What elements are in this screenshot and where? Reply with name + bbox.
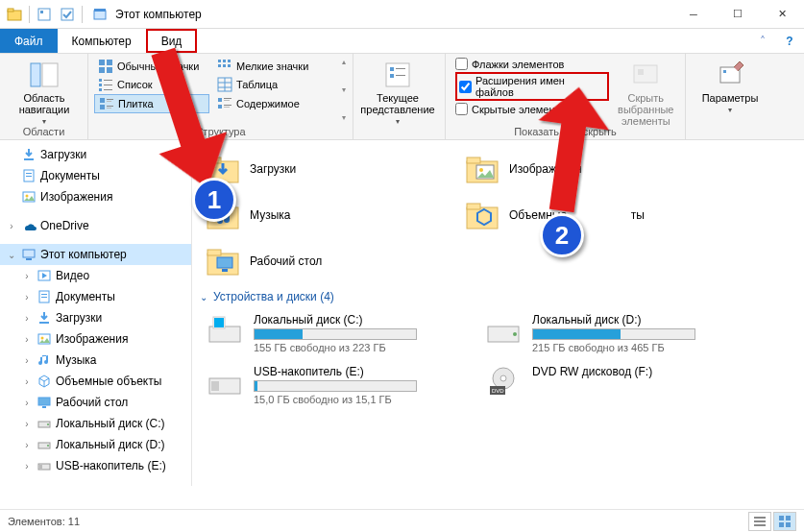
tree-item[interactable]: ›Изображения (0, 328, 191, 350)
tree-item[interactable]: ›Локальный диск (D:) (0, 434, 191, 455)
tree-item[interactable]: ›USB-накопитель (E:) (0, 455, 191, 476)
drive-icon (206, 365, 244, 398)
tiles-view-button[interactable] (773, 512, 796, 531)
window-icon (92, 7, 108, 22)
drives-section-header[interactable]: ⌄ Устройства и диски (4) (200, 290, 794, 303)
layout-content[interactable]: Содержимое (213, 94, 329, 113)
tree-caret[interactable]: › (21, 376, 33, 387)
tab-computer[interactable]: Компьютер (58, 29, 146, 53)
drive-item[interactable]: Локальный диск (C:)155 ГБ свободно из 22… (202, 307, 480, 359)
svg-rect-8 (42, 63, 58, 86)
usb-icon (37, 458, 52, 473)
maximize-button[interactable]: ☐ (716, 0, 760, 29)
details-view-button[interactable] (748, 512, 771, 531)
layout-table[interactable]: Таблица (213, 76, 329, 93)
chevron-down-icon: ▾ (728, 106, 732, 114)
tree-caret[interactable]: › (21, 334, 33, 345)
tree-item[interactable]: ›Видео (0, 265, 191, 286)
layout-small-icons[interactable]: Мелкие значки (213, 58, 329, 75)
tree-label: Видео (56, 269, 89, 282)
tree-item[interactable]: ›Музыка (0, 350, 191, 371)
layout-scroll-down[interactable]: ▾ (337, 85, 351, 94)
folder-item[interactable]: Объемные ты (461, 192, 720, 238)
tree-caret[interactable]: › (21, 440, 33, 450)
svg-rect-97 (211, 381, 219, 391)
svg-rect-36 (224, 98, 231, 99)
group-nav-pane: Область навигации ▾ Области (0, 54, 88, 139)
tree-item[interactable]: ›Документы (0, 286, 191, 307)
minimize-button[interactable]: ─ (671, 0, 716, 29)
svg-rect-4 (61, 9, 73, 20)
help-icon[interactable]: ? (779, 31, 800, 52)
svg-point-71 (47, 445, 49, 447)
nav-pane-button[interactable]: Область навигации ▾ (6, 56, 83, 126)
explorer-icon (4, 4, 25, 25)
folder-item[interactable]: Изображения (461, 146, 720, 192)
layout-big-icons[interactable]: Обычные значки (94, 58, 209, 75)
content-pane[interactable]: ЗагрузкиИзображенияМузыкаОбъемные тыРабо… (192, 140, 804, 486)
main-area: ЗагрузкиДокументыИзображения›OneDrive⌄Эт… (0, 140, 804, 486)
status-bar: Элементов: 11 (0, 509, 804, 532)
close-button[interactable]: ✕ (760, 0, 804, 29)
svg-rect-7 (31, 63, 40, 86)
drive-item[interactable]: Локальный диск (D:)215 ГБ свободно из 46… (480, 307, 759, 359)
group-layout: Обычные значки Мелкие значки Список Табл… (88, 54, 353, 139)
group-current-view: Текущее представление ▾ (353, 54, 446, 139)
tree-item[interactable]: ⌄Этот компьютер (0, 244, 191, 265)
tree-caret[interactable]: › (21, 461, 33, 472)
svg-rect-108 (786, 522, 791, 527)
svg-rect-90 (214, 318, 219, 323)
svg-rect-46 (634, 65, 657, 83)
desktop-icon (37, 395, 52, 410)
layout-tiles[interactable]: Плитка (94, 94, 209, 113)
folder-item[interactable]: Загрузки (202, 146, 461, 192)
tree-caret[interactable]: › (21, 271, 33, 281)
layout-expand[interactable]: ▾ (337, 113, 351, 122)
tree-item[interactable]: Документы (0, 165, 191, 186)
chevron-down-icon: ⌄ (200, 292, 207, 302)
tab-file[interactable]: Файл (0, 29, 58, 53)
layout-scroll-up[interactable]: ▴ (337, 58, 351, 66)
tree-item[interactable]: Загрузки (0, 144, 191, 165)
tree-caret[interactable]: › (21, 355, 33, 366)
layout-list[interactable]: Список (94, 76, 209, 93)
drive-item[interactable]: USB-накопитель (E:)15,0 ГБ свободно из 1… (202, 359, 480, 411)
options-button[interactable]: Параметры ▾ (692, 56, 768, 114)
chevron-down-icon: ▾ (42, 117, 46, 126)
chevron-down-icon: ▾ (396, 117, 400, 126)
check-hidden-items[interactable]: Скрытые элементы (455, 103, 609, 115)
tree-caret[interactable]: › (6, 221, 17, 231)
svg-rect-20 (104, 80, 112, 81)
music-icon (37, 352, 52, 368)
tree-item[interactable]: ›Объемные объекты (0, 371, 191, 392)
folder-item[interactable]: Музыка (202, 192, 461, 238)
tree-item[interactable]: Изображения (0, 186, 191, 207)
ribbon-collapse-icon[interactable]: ˄ (752, 31, 773, 52)
tree-item[interactable]: ›Рабочий стол (0, 392, 191, 413)
tree-item[interactable]: ›OneDrive (0, 215, 191, 236)
svg-rect-62 (41, 297, 47, 298)
svg-rect-91 (219, 318, 224, 323)
svg-rect-31 (107, 101, 111, 102)
pc-icon (21, 247, 37, 262)
tree-caret[interactable]: › (21, 398, 33, 408)
folder-item[interactable]: Рабочий стол (202, 238, 461, 284)
tree-caret[interactable]: › (21, 313, 33, 324)
tree-item[interactable]: ›Загрузки (0, 307, 191, 328)
check-item-flags[interactable]: Флажки элементов (455, 58, 609, 70)
tree-label: Объемные объекты (56, 375, 161, 388)
tab-view[interactable]: Вид (146, 29, 198, 53)
tree-caret[interactable]: › (21, 292, 33, 302)
svg-rect-75 (207, 157, 221, 163)
checkbox-qat-icon[interactable] (57, 4, 78, 25)
tree-caret[interactable]: › (21, 419, 33, 429)
tree-item[interactable]: ›Локальный диск (C:) (0, 413, 191, 434)
properties-icon[interactable] (34, 4, 55, 25)
drive-item[interactable]: DVDDVD RW дисковод (F:) (480, 359, 759, 411)
nav-tree[interactable]: ЗагрузкиДокументыИзображения›OneDrive⌄Эт… (0, 140, 192, 486)
tree-label: OneDrive (40, 219, 89, 232)
svg-rect-83 (467, 204, 480, 209)
check-file-extensions[interactable]: Расширения имен файлов (455, 72, 609, 101)
tree-caret[interactable]: ⌄ (6, 250, 17, 260)
current-view-button[interactable]: Текущее представление ▾ (359, 56, 436, 126)
